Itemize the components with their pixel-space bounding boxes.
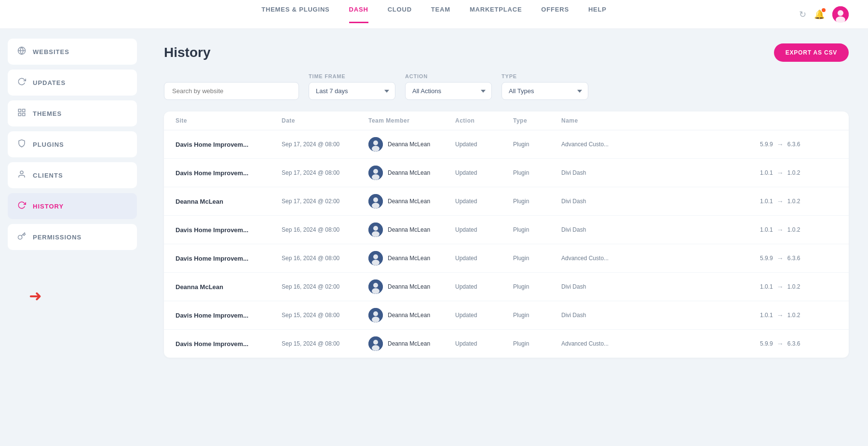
site-name: Davis Home Improvem... <box>176 141 282 148</box>
nav-cloud[interactable]: CLOUD <box>388 6 412 23</box>
table-row: Davis Home Improvem... Sep 15, 2024 @ 08… <box>164 301 849 330</box>
sidebar-item-label: THEMES <box>33 110 62 117</box>
globe-icon <box>17 46 26 57</box>
nav-offers[interactable]: OFFERS <box>541 6 569 23</box>
nav-right: ↻ 🔔 <box>799 6 849 23</box>
sidebar-item-themes[interactable]: THEMES <box>8 100 137 126</box>
table-row: Deanna McLean Sep 16, 2024 @ 02:00 Deann… <box>164 273 849 301</box>
version-to: 1.0.2 <box>787 283 800 290</box>
member-cell: Deanna McLean <box>368 137 455 152</box>
svg-point-9 <box>20 171 23 174</box>
date-cell: Sep 17, 2024 @ 02:00 <box>282 198 368 205</box>
name-cell: Divi Dash <box>561 198 760 205</box>
member-avatar <box>368 166 383 180</box>
themes-icon <box>17 108 26 119</box>
action-label: ACTION <box>405 73 492 79</box>
action-cell: Updated <box>455 312 513 319</box>
svg-point-33 <box>372 345 380 351</box>
action-cell: Updated <box>455 198 513 205</box>
member-cell: Deanna McLean <box>368 308 455 322</box>
member-name: Deanna McLean <box>388 141 430 148</box>
timeframe-select[interactable]: Last 7 days Last 14 days Last 30 days La… <box>309 82 395 100</box>
search-group <box>164 82 299 100</box>
svg-rect-8 <box>18 113 21 116</box>
nav-themes-plugins[interactable]: THEMES & PLUGINS <box>261 6 329 23</box>
col-site: Site <box>176 117 282 124</box>
version-from: 1.0.1 <box>760 312 773 319</box>
version-arrow: → <box>777 226 784 234</box>
col-date: Date <box>282 117 368 124</box>
site-name: Davis Home Improvem... <box>176 226 282 234</box>
sidebar-item-label: HISTORY <box>33 203 64 210</box>
member-cell: Deanna McLean <box>368 251 455 265</box>
svg-point-27 <box>372 288 380 294</box>
nav-team[interactable]: TEAM <box>431 6 450 23</box>
export-csv-button[interactable]: EXPORT AS CSV <box>774 43 849 62</box>
nav-dash[interactable]: DASH <box>349 6 368 23</box>
version-to: 1.0.2 <box>787 226 800 233</box>
version-cell: 5.9.9 → 6.3.6 <box>760 140 837 148</box>
search-input[interactable] <box>164 82 299 100</box>
action-cell: Updated <box>455 340 513 347</box>
plugins-icon <box>17 139 26 150</box>
top-nav: THEMES & PLUGINS DASH CLOUD TEAM MARKETP… <box>0 0 868 29</box>
bell-icon[interactable]: 🔔 <box>814 9 825 20</box>
svg-point-18 <box>372 203 380 209</box>
version-from: 5.9.9 <box>760 340 773 347</box>
member-avatar <box>368 308 383 322</box>
member-cell: Deanna McLean <box>368 166 455 180</box>
refresh-icon[interactable]: ↻ <box>799 9 806 20</box>
page-header: History EXPORT AS CSV <box>164 43 849 62</box>
version-arrow: → <box>777 283 784 291</box>
sidebar-item-permissions[interactable]: PERMISSIONS <box>8 224 137 250</box>
svg-point-26 <box>373 283 378 288</box>
table-body: Davis Home Improvem... Sep 17, 2024 @ 08… <box>164 130 849 358</box>
member-cell: Deanna McLean <box>368 279 455 294</box>
date-cell: Sep 16, 2024 @ 02:00 <box>282 283 368 290</box>
member-cell: Deanna McLean <box>368 194 455 209</box>
selection-arrow: ➜ <box>29 287 42 305</box>
date-cell: Sep 15, 2024 @ 08:00 <box>282 312 368 319</box>
sidebar-item-websites[interactable]: WEBSITES <box>8 39 137 65</box>
version-from: 1.0.1 <box>760 283 773 290</box>
version-arrow: → <box>777 197 784 205</box>
date-cell: Sep 16, 2024 @ 08:00 <box>282 255 368 262</box>
history-icon <box>17 201 26 211</box>
member-name: Deanna McLean <box>388 255 430 262</box>
svg-rect-6 <box>23 109 25 112</box>
type-cell: Plugin <box>513 169 561 176</box>
sidebar-item-label: PLUGINS <box>33 141 64 148</box>
action-cell: Updated <box>455 255 513 262</box>
action-select[interactable]: All Actions Updated Installed Deleted <box>405 82 492 100</box>
sidebar-item-updates[interactable]: UPDATES <box>8 70 137 96</box>
member-avatar <box>368 279 383 294</box>
sidebar-item-plugins[interactable]: PLUGINS <box>8 131 137 157</box>
version-cell: 5.9.9 → 6.3.6 <box>760 340 837 348</box>
type-cell: Plugin <box>513 198 561 205</box>
permissions-icon <box>17 232 26 242</box>
name-cell: Advanced Custo... <box>561 255 760 262</box>
type-cell: Plugin <box>513 226 561 233</box>
sidebar-item-label: PERMISSIONS <box>33 234 81 241</box>
action-cell: Updated <box>455 226 513 233</box>
date-cell: Sep 17, 2024 @ 08:00 <box>282 141 368 148</box>
type-group: TYPE All Types Plugin Theme Core <box>502 73 588 100</box>
member-cell: Deanna McLean <box>368 223 455 237</box>
nav-help[interactable]: HELP <box>588 6 607 23</box>
sidebar-item-clients[interactable]: CLIENTS <box>8 162 137 188</box>
version-from: 1.0.1 <box>760 198 773 205</box>
site-name: Deanna McLean <box>176 283 282 291</box>
svg-point-11 <box>373 140 378 145</box>
updates-icon <box>17 77 26 88</box>
table-row: Davis Home Improvem... Sep 15, 2024 @ 08… <box>164 330 849 358</box>
sidebar-item-history[interactable]: HISTORY <box>8 193 137 219</box>
svg-rect-5 <box>18 109 21 112</box>
type-label: TYPE <box>502 73 588 79</box>
nav-marketplace[interactable]: MARKETPLACE <box>470 6 522 23</box>
version-arrow: → <box>777 140 784 148</box>
table-row: Davis Home Improvem... Sep 16, 2024 @ 08… <box>164 244 849 273</box>
type-select[interactable]: All Types Plugin Theme Core <box>502 82 588 100</box>
svg-point-24 <box>372 260 380 265</box>
svg-point-30 <box>372 317 380 322</box>
avatar[interactable] <box>832 6 849 23</box>
